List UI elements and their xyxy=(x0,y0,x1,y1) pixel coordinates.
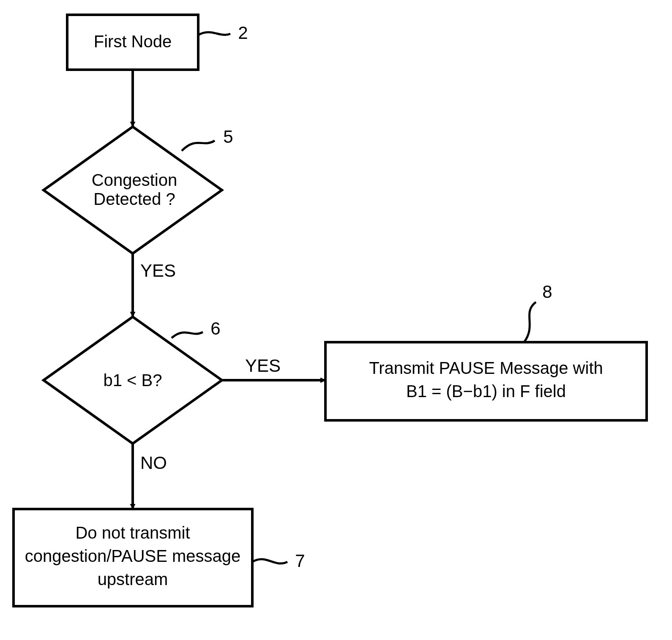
ref-leader-2 xyxy=(198,32,230,35)
flowchart: First Node 2 Congestion Detected ? 5 YES… xyxy=(0,0,672,640)
ref-number-8: 8 xyxy=(542,282,552,302)
node-donot-line2: congestion/PAUSE message xyxy=(25,547,241,565)
node-transmit-line1: Transmit PAUSE Message with xyxy=(369,359,603,377)
node-donot-line3: upstream xyxy=(98,570,168,588)
node-b1-lt-B-label: b1 < B? xyxy=(103,371,162,389)
ref-number-7: 7 xyxy=(295,551,305,571)
edge-label-d2-yes: YES xyxy=(245,356,281,376)
node-transmit-pause xyxy=(325,342,647,420)
ref-number-6: 6 xyxy=(210,319,220,338)
ref-leader-7 xyxy=(252,559,287,564)
edge-label-d2-no: NO xyxy=(140,453,167,473)
edge-label-d1-yes: YES xyxy=(140,261,176,281)
ref-number-5: 5 xyxy=(223,127,233,147)
ref-leader-6 xyxy=(172,332,203,338)
ref-leader-8 xyxy=(524,302,536,342)
ref-leader-5 xyxy=(182,141,215,151)
ref-number-2: 2 xyxy=(238,23,248,43)
node-donot-line1: Do not transmit xyxy=(75,523,190,542)
node-congestion-line2: Detected ? xyxy=(93,190,175,208)
node-transmit-line2: B1 = (B−b1) in F field xyxy=(406,382,566,400)
node-congestion-line1: Congestion xyxy=(92,171,177,189)
node-first-node-label: First Node xyxy=(94,32,172,51)
